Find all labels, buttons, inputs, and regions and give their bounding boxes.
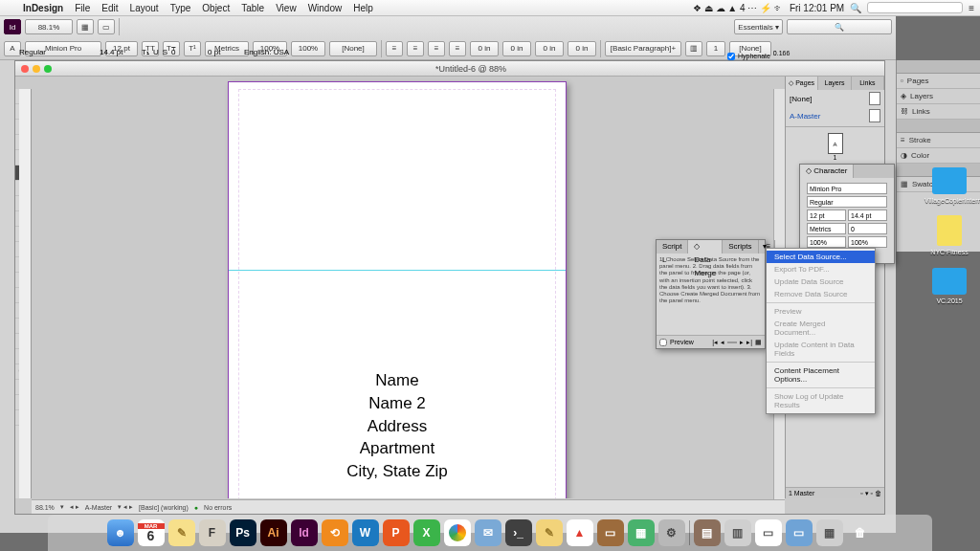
dock-acrobat[interactable]: ▲	[567, 519, 593, 546]
dock-stack-2[interactable]: ▥	[724, 519, 751, 546]
char-style-field[interactable]: [None]	[329, 41, 377, 56]
spotlight-search[interactable]	[867, 2, 963, 13]
record-nav-first[interactable]: |◂	[712, 339, 718, 346]
tab-script-label[interactable]: Script L	[657, 240, 688, 253]
mi-content-placement[interactable]: Content Placement Options...	[767, 364, 875, 386]
dock-trash[interactable]: 🗑	[847, 519, 874, 546]
indent-right[interactable]: 0 in	[502, 41, 531, 56]
notification-icon[interactable]: ≡	[969, 3, 974, 13]
language-field[interactable]: English: USA	[244, 48, 301, 60]
menu-layout[interactable]: Layout	[124, 3, 165, 13]
menu-window[interactable]: Window	[302, 3, 348, 13]
menu-type[interactable]: Type	[165, 3, 197, 13]
dock-indesign[interactable]: Id	[291, 519, 318, 546]
font-style-field[interactable]: Regular	[19, 48, 96, 60]
align-justify-icon[interactable]: ≡	[449, 41, 466, 56]
vertical-ruler[interactable]	[19, 89, 32, 498]
dock-word[interactable]: W	[352, 519, 379, 546]
strike-icon[interactable]: S	[163, 48, 167, 60]
leading-field[interactable]: 14.4 pt	[100, 48, 138, 60]
create-merged-icon[interactable]: ▦	[755, 339, 762, 346]
hyphenate-checkbox[interactable]	[727, 53, 735, 60]
zoom-icon[interactable]	[44, 65, 52, 73]
master-thumb-none[interactable]	[869, 92, 880, 105]
dock-stack-4[interactable]: ▭	[786, 519, 813, 546]
dock-stack-3[interactable]: ▭	[755, 519, 782, 546]
space-after[interactable]: 0 in	[568, 41, 596, 56]
dock-app-green[interactable]: ▦	[628, 519, 655, 546]
errors-status[interactable]: No errors	[204, 504, 232, 511]
workspace-switcher[interactable]: Essentials ▾	[734, 19, 783, 34]
space-before[interactable]: 0 in	[535, 41, 564, 56]
dock-terminal[interactable]: ›_	[505, 519, 532, 546]
dock-app-orange[interactable]: ⟲	[322, 519, 348, 546]
menu-table[interactable]: Table	[235, 3, 270, 13]
menu-view[interactable]: View	[270, 3, 302, 13]
tab-scripts[interactable]: Scripts	[723, 240, 758, 253]
text-frame[interactable]: Name Name 2 Address Apartment City, Stat…	[229, 369, 566, 483]
dock-photoshop[interactable]: Ps	[230, 519, 256, 546]
dock-fontbook[interactable]: F	[199, 519, 226, 546]
minimize-icon[interactable]	[33, 65, 40, 73]
dock-app-brown[interactable]: ▭	[597, 519, 624, 546]
master-thumb-a[interactable]	[869, 109, 880, 122]
tab-pages[interactable]: ◇ Pages	[786, 77, 818, 90]
dock-excel[interactable]: X	[413, 519, 440, 546]
tab-layers[interactable]: Layers	[818, 77, 851, 90]
dock-mail[interactable]: ✉	[475, 519, 501, 546]
record-nav-last[interactable]: ▸|	[746, 339, 752, 346]
desktop-folder-2[interactable]: VC.2015	[924, 268, 974, 304]
record-nav-prev[interactable]: ◂	[721, 339, 724, 346]
dock-chrome[interactable]	[444, 519, 471, 546]
dock-illustrator[interactable]: Ai	[260, 519, 287, 546]
baseline-field[interactable]: 0 pt	[208, 48, 240, 60]
spotlight-icon[interactable]: 🔍	[850, 3, 861, 13]
page-thumbnail[interactable]: A	[828, 133, 843, 154]
char-kerning[interactable]: Metrics	[807, 223, 846, 234]
search-help[interactable]: 🔍	[787, 19, 892, 34]
menu-file[interactable]: File	[69, 3, 96, 13]
dock-stack-5[interactable]: ▦	[816, 519, 843, 546]
subscript-icon[interactable]: T₁	[142, 48, 149, 60]
char-tracking[interactable]: 0	[848, 223, 887, 234]
menu-object[interactable]: Object	[196, 3, 235, 13]
menubar-time[interactable]: Fri 12:01 PM	[790, 3, 844, 13]
menubar-app[interactable]: InDesign	[17, 3, 69, 13]
columns-field[interactable]: 1	[706, 41, 725, 56]
indent-left[interactable]: 0 in	[470, 41, 499, 56]
char-style[interactable]: Regular	[807, 196, 887, 208]
char-size[interactable]: 12 pt	[807, 209, 846, 221]
dock-layers[interactable]: ◈ Layers	[897, 89, 980, 104]
dock-links[interactable]: ⛓ Links	[897, 104, 980, 120]
dock-finder[interactable]: ☻	[107, 519, 134, 546]
tab-data-merge[interactable]: ◇ Data Merge	[688, 240, 723, 253]
para-style-field[interactable]: [Basic Paragraph]+	[605, 41, 681, 56]
dock-stroke[interactable]: ≡ Stroke	[897, 133, 980, 148]
align-left-icon[interactable]: ≡	[386, 41, 403, 56]
view-mode-icon[interactable]: ▦	[77, 19, 94, 34]
preview-checkbox[interactable]	[659, 339, 667, 346]
dock-calendar[interactable]: MAR6	[138, 519, 165, 546]
align-right-icon[interactable]: ≡	[428, 41, 445, 56]
underline-icon[interactable]: U	[153, 48, 159, 60]
menu-edit[interactable]: Edit	[96, 3, 123, 13]
pages-panel-buttons[interactable]: ▫ ▾ ▫ 🗑	[860, 488, 881, 499]
tab-links[interactable]: Links	[852, 77, 884, 90]
zoom-status[interactable]: 88.1%	[35, 504, 55, 511]
master-none[interactable]: [None]	[790, 95, 813, 103]
master-a[interactable]: A-Master	[790, 112, 820, 121]
screen-mode-icon[interactable]: ▭	[98, 19, 115, 34]
dock-stickies[interactable]: ✎	[536, 519, 563, 546]
dock-settings[interactable]: ⚙	[658, 519, 685, 546]
document-page[interactable]: Name Name 2 Address Apartment City, Stat…	[228, 81, 567, 498]
char-hscale[interactable]: 100%	[848, 236, 887, 248]
desktop-folder-1[interactable]: VillageCopierInternalDesign	[924, 167, 974, 204]
mi-select-data-source[interactable]: Select Data Source...	[767, 251, 875, 263]
dock-color[interactable]: ◑ Color	[897, 148, 980, 164]
char-leading[interactable]: 14.4 pt	[848, 209, 887, 221]
dock-pages[interactable]: ▫ Pages	[897, 74, 980, 89]
desktop-file-1[interactable]: NYC Fitness	[924, 215, 974, 255]
dock-powerpoint[interactable]: P	[383, 519, 410, 546]
record-nav-next[interactable]: ▸	[740, 339, 744, 346]
char-font[interactable]: Minion Pro	[807, 183, 887, 194]
